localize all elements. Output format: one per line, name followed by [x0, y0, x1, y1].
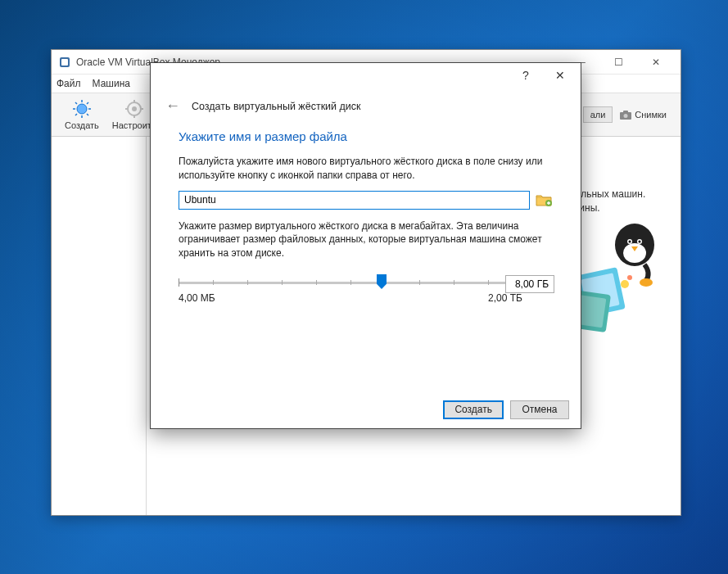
cancel-button[interactable]: Отмена	[510, 400, 569, 419]
dialog-close-button[interactable]: ✕	[543, 64, 577, 87]
camera-icon	[620, 111, 631, 120]
svg-point-32	[621, 280, 629, 288]
svg-rect-14	[133, 115, 135, 118]
dialog-footer: Создать Отмена	[151, 391, 581, 428]
tab-details-label: али	[590, 110, 606, 120]
svg-rect-16	[140, 108, 143, 110]
svg-point-19	[624, 114, 628, 118]
svg-rect-1	[61, 59, 68, 66]
menu-machine[interactable]: Машина	[93, 78, 130, 89]
svg-rect-15	[125, 108, 129, 110]
svg-point-25	[639, 241, 641, 243]
svg-point-33	[627, 275, 632, 280]
svg-point-12	[132, 106, 137, 111]
slider-max-label: 2,00 ТБ	[488, 292, 522, 304]
svg-point-27	[640, 278, 653, 287]
toolbar-create-button[interactable]: Создать	[58, 97, 106, 132]
svg-line-7	[75, 102, 77, 104]
gear-icon	[124, 99, 144, 119]
svg-rect-18	[623, 111, 628, 113]
svg-line-10	[87, 102, 88, 104]
menu-file[interactable]: Файл	[57, 78, 81, 89]
virtualbox-mascot-image	[571, 214, 661, 337]
back-arrow-icon[interactable]: ←	[165, 97, 180, 115]
maximize-button[interactable]: ☐	[600, 50, 637, 75]
create-disk-dialog: ? ✕ ← Создать виртуальный жёсткий диск У…	[150, 62, 581, 429]
tab-details[interactable]: али	[583, 106, 613, 123]
svg-line-9	[75, 114, 77, 115]
disk-size-input[interactable]	[505, 275, 554, 293]
dialog-header-row: ← Создать виртуальный жёсткий диск	[151, 88, 581, 129]
folder-icon	[535, 191, 553, 209]
disk-filename-input[interactable]	[179, 191, 530, 210]
dialog-paragraph-2: Укажите размер виртуального жёсткого дис…	[179, 219, 553, 260]
disk-size-slider[interactable]	[179, 282, 553, 284]
virtualbox-icon	[58, 56, 71, 69]
dialog-section-heading: Укажите имя и размер файла	[179, 129, 553, 143]
svg-point-21	[623, 243, 646, 263]
svg-point-24	[629, 241, 631, 243]
toolbar-create-label: Создать	[65, 120, 99, 130]
svg-rect-13	[133, 100, 135, 103]
svg-line-8	[87, 114, 88, 115]
dialog-titlebar: ? ✕	[151, 63, 581, 88]
browse-folder-button[interactable]	[535, 191, 553, 209]
dialog-header-title: Создать виртуальный жёсткий диск	[192, 101, 361, 112]
svg-point-2	[77, 104, 87, 114]
close-button[interactable]: ✕	[637, 50, 674, 75]
dialog-help-button[interactable]: ?	[509, 64, 543, 87]
tab-snapshots[interactable]: Снимки	[613, 106, 674, 123]
vm-list-panel	[52, 137, 147, 515]
slider-thumb[interactable]	[377, 274, 387, 289]
tab-snapshots-label: Снимки	[635, 110, 667, 120]
sun-icon	[72, 99, 92, 119]
dialog-paragraph-1: Пожалуйста укажите имя нового виртуально…	[179, 155, 553, 183]
create-button[interactable]: Создать	[443, 400, 504, 419]
slider-min-label: 4,00 МБ	[179, 292, 215, 304]
